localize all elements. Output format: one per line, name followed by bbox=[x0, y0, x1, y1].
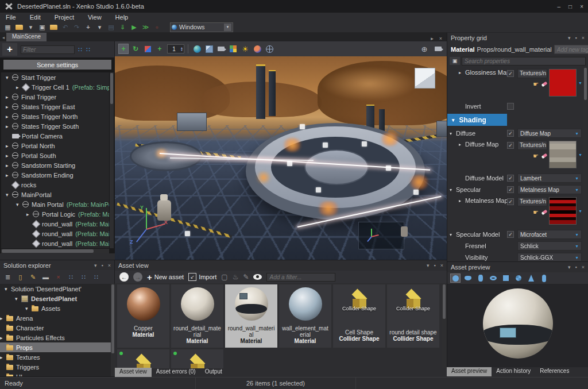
pick-reference-icon[interactable]: ☛ bbox=[533, 209, 539, 216]
asset-item[interactable]: Collider Shape bbox=[117, 349, 169, 368]
asset-item[interactable]: round_wall_material Material bbox=[225, 284, 277, 348]
texture-path-value[interactable]: Textures/n bbox=[517, 197, 547, 206]
panel-tab[interactable]: Output bbox=[200, 368, 227, 377]
panel-tab[interactable]: Asset preview bbox=[447, 367, 492, 376]
add-entity-button[interactable]: + bbox=[2, 43, 17, 56]
new-file-icon[interactable]: ▯ bbox=[16, 273, 25, 282]
minimize-button[interactable]: – bbox=[558, 3, 561, 10]
scrollbar[interactable] bbox=[111, 284, 115, 376]
property-search-input[interactable] bbox=[462, 57, 586, 66]
chevron-down-icon[interactable]: ▾ bbox=[224, 24, 231, 31]
expand-arrow-icon[interactable] bbox=[6, 163, 12, 168]
add-item-icon[interactable]: ≣ bbox=[3, 273, 12, 282]
chevron-down-icon[interactable]: ▼ bbox=[578, 153, 582, 157]
scene-tree-item[interactable]: Main Portal (Prefab: MainPortal) bbox=[1, 199, 109, 209]
scene-tree-item[interactable]: Sandstorm Starting bbox=[1, 160, 109, 170]
property-dropdown[interactable]: Lambert ▼ bbox=[517, 174, 582, 183]
add-tag-input[interactable] bbox=[554, 45, 588, 54]
entity-gizmo-icon[interactable] bbox=[362, 141, 367, 147]
sync-selection-icon[interactable]: ∷ bbox=[67, 273, 75, 282]
render-mode-icon[interactable] bbox=[228, 44, 238, 54]
expand-arrow-icon[interactable] bbox=[25, 306, 32, 311]
rename-icon[interactable]: ▬ bbox=[41, 273, 50, 282]
delete-icon[interactable]: × bbox=[54, 273, 63, 282]
redo-icon[interactable]: ↷ bbox=[72, 23, 81, 32]
pin-icon[interactable]: ▪ bbox=[102, 263, 103, 268]
scene-tree-item[interactable]: Final Trigger bbox=[1, 92, 109, 102]
scene-tree-item[interactable]: States Trigger East bbox=[1, 102, 109, 111]
expand-arrow-icon[interactable] bbox=[5, 286, 11, 292]
tab-mainscene[interactable]: MainScene bbox=[6, 33, 47, 41]
asset-item[interactable]: Collider Shape Cell Shape Collider Shape bbox=[333, 284, 385, 348]
texture-path-value[interactable]: Textures/n bbox=[517, 141, 547, 150]
collapse-panel-icon[interactable]: ◂ bbox=[2, 35, 5, 40]
texture-thumbnail[interactable] bbox=[549, 69, 577, 97]
section-header[interactable]: Shading bbox=[447, 114, 507, 126]
expand-arrow-icon[interactable] bbox=[26, 211, 33, 217]
solution-tree-item[interactable]: Props bbox=[0, 342, 111, 352]
translate-icon[interactable]: + bbox=[118, 44, 129, 54]
expand-arrow-icon[interactable] bbox=[6, 124, 12, 129]
scrollbar[interactable] bbox=[442, 284, 446, 368]
texture-thumbnail[interactable] bbox=[549, 197, 577, 225]
close-icon[interactable]: × bbox=[108, 263, 111, 268]
panel-tab[interactable]: Asset view bbox=[115, 368, 152, 377]
geosphere-icon[interactable] bbox=[513, 274, 524, 283]
scrollbar[interactable] bbox=[583, 67, 587, 261]
property-checkbox[interactable] bbox=[507, 175, 514, 182]
open-dropdown-icon[interactable]: ▾ bbox=[26, 23, 35, 32]
expand-tabs-icon[interactable]: ▸ bbox=[431, 36, 434, 41]
menu-item[interactable]: File bbox=[6, 14, 16, 21]
close-button[interactable]: × bbox=[580, 3, 583, 10]
scene-tree-item[interactable]: Portal Logic (Prefab: MainPortal) bbox=[1, 209, 109, 219]
menu-item[interactable]: Edit bbox=[30, 14, 41, 21]
property-dropdown[interactable]: Schlick-GGX ▼ bbox=[517, 253, 582, 261]
sphere-icon[interactable] bbox=[450, 274, 461, 283]
scene-tree-item[interactable]: Portal Camera bbox=[1, 131, 109, 141]
solution-tree-item[interactable]: DesertedPlanet bbox=[0, 294, 111, 303]
camera-view-icon[interactable] bbox=[216, 44, 226, 54]
scene-tree-item[interactable]: States Trigger South bbox=[1, 121, 109, 131]
undo-icon[interactable]: ↶ bbox=[61, 23, 69, 32]
entity-gizmo-icon[interactable] bbox=[413, 190, 419, 195]
scale-icon[interactable] bbox=[142, 44, 153, 54]
scene-tree-item[interactable]: rocks bbox=[1, 180, 109, 190]
entity-gizmo-icon[interactable] bbox=[287, 161, 292, 166]
expand-arrow-icon[interactable] bbox=[6, 104, 12, 110]
asset-item[interactable]: Copper Material bbox=[117, 284, 169, 348]
back-button[interactable]: ← bbox=[119, 272, 129, 282]
new-asset-button[interactable]: + New asset bbox=[147, 272, 184, 282]
expand-arrow-icon[interactable] bbox=[0, 315, 6, 321]
solution-tree-item[interactable]: Assets bbox=[0, 303, 111, 313]
forward-button[interactable]: → bbox=[133, 272, 142, 282]
snap-value-stepper[interactable]: 1 ▲▼ bbox=[167, 44, 184, 53]
platform-selector[interactable]: Windows ▾ bbox=[170, 22, 233, 32]
expand-arrow-icon[interactable] bbox=[6, 94, 12, 100]
scrollbar[interactable] bbox=[1, 249, 109, 253]
stepper-arrows-icon[interactable]: ▲▼ bbox=[180, 47, 184, 51]
clear-reference-icon[interactable] bbox=[541, 210, 547, 215]
close-icon[interactable]: × bbox=[582, 264, 585, 270]
entity-gizmo-icon[interactable] bbox=[386, 165, 391, 171]
maximize-button[interactable]: □ bbox=[568, 3, 572, 10]
camera-settings-icon[interactable] bbox=[433, 44, 443, 54]
chevron-down-icon[interactable]: ▾ bbox=[427, 263, 430, 268]
clear-reference-icon[interactable] bbox=[541, 82, 547, 87]
texture-reference[interactable]: Textures/n ☛ ▼ bbox=[517, 69, 582, 97]
pick-reference-icon[interactable]: ☛ bbox=[533, 80, 539, 88]
property-checkbox[interactable] bbox=[507, 130, 514, 137]
build-icon[interactable]: ▤ bbox=[107, 23, 115, 32]
expand-all-icon[interactable]: ∷ bbox=[79, 273, 88, 282]
solution-tree-item[interactable]: Solution 'DesertedPlanet' bbox=[0, 284, 111, 294]
platform-dropdown-icon[interactable]: ▾ bbox=[95, 23, 104, 32]
scene-tree-item[interactable]: Start Trigger bbox=[1, 72, 109, 82]
torus-icon[interactable] bbox=[488, 274, 498, 283]
rotate-icon[interactable]: ↻ bbox=[130, 44, 141, 54]
expand-arrow-icon[interactable] bbox=[450, 232, 456, 237]
close-tab-icon[interactable]: × bbox=[439, 36, 442, 41]
pin-icon[interactable]: ▪ bbox=[575, 35, 577, 41]
scene-tree-item[interactable]: Sandstorm Ending bbox=[1, 170, 109, 180]
deploy-icon[interactable]: ⇓ bbox=[118, 23, 127, 32]
new-project-icon[interactable]: ▦ bbox=[3, 23, 12, 32]
expand-tree-icon[interactable]: ∷ bbox=[78, 46, 83, 53]
